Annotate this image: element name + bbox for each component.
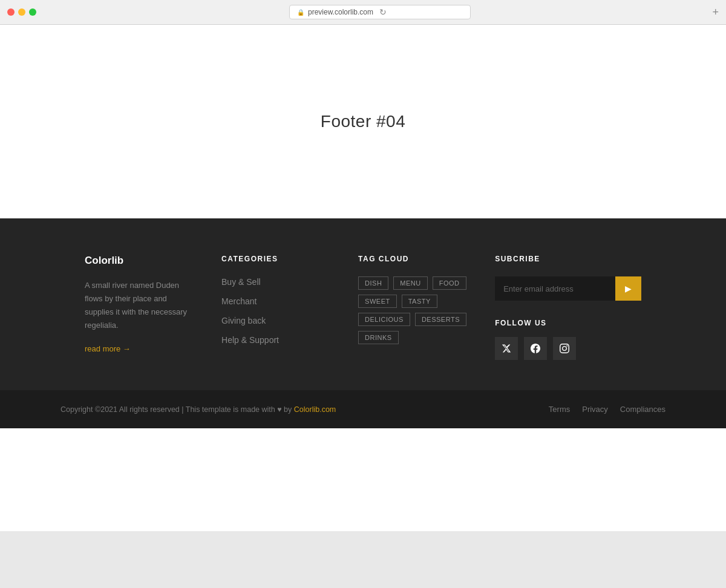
- tag-sweet[interactable]: SWEET: [358, 295, 397, 308]
- lock-icon: 🔒: [297, 9, 304, 16]
- colorlib-link[interactable]: Colorlib.com: [294, 405, 336, 414]
- instagram-icon[interactable]: [553, 337, 576, 360]
- footer-col-subscribe: SUBCRIBE ▶ FOLLOW US: [495, 255, 641, 360]
- page-footer-white: [0, 428, 726, 531]
- footer-brand: Colorlib: [85, 255, 197, 267]
- tag-food[interactable]: FOOD: [433, 276, 466, 290]
- minimize-button[interactable]: [18, 8, 25, 16]
- twitter-icon[interactable]: [495, 337, 518, 360]
- copyright-text: Copyright ©2021 All rights reserved | Th…: [60, 405, 336, 414]
- follow-us-title: FOLLOW US: [495, 319, 641, 327]
- refresh-button[interactable]: ↻: [379, 7, 387, 17]
- category-link-help-support[interactable]: Help & Support: [221, 335, 279, 345]
- page-title: Footer #04: [321, 112, 405, 131]
- tag-menu[interactable]: MENU: [393, 276, 427, 290]
- subscribe-form: ▶: [495, 276, 641, 301]
- footer-bottom-inner: Copyright ©2021 All rights reserved | Th…: [60, 405, 666, 414]
- footer-container: Colorlib A small river named Duden flows…: [60, 255, 666, 360]
- category-link-giving-back[interactable]: Giving back: [221, 316, 266, 325]
- category-link-buy-sell[interactable]: Buy & Sell: [221, 277, 261, 287]
- new-tab-button[interactable]: +: [712, 6, 719, 19]
- traffic-lights: [7, 8, 36, 16]
- maximize-button[interactable]: [29, 8, 36, 16]
- facebook-icon[interactable]: [524, 337, 547, 360]
- footer-legal-links: Terms Privacy Compliances: [549, 405, 666, 414]
- email-input[interactable]: [495, 276, 615, 301]
- footer-col-about: Colorlib A small river named Duden flows…: [85, 255, 197, 360]
- copyright-label: Copyright ©2021 All rights reserved | Th…: [60, 405, 292, 414]
- tag-dish[interactable]: DISH: [358, 276, 388, 290]
- terms-link[interactable]: Terms: [549, 405, 570, 414]
- subscribe-button[interactable]: ▶: [615, 276, 641, 301]
- list-item: Help & Support: [221, 335, 334, 345]
- list-item: Merchant: [221, 296, 334, 307]
- categories-list: Buy & Sell Merchant Giving back Help & S…: [221, 276, 334, 345]
- categories-title: CATEGORIES: [221, 255, 334, 263]
- tag-desserts[interactable]: DESSERTS: [415, 313, 466, 326]
- close-button[interactable]: [7, 8, 15, 16]
- subscribe-title: SUBCRIBE: [495, 255, 641, 263]
- list-item: Giving back: [221, 315, 334, 326]
- compliances-link[interactable]: Compliances: [620, 405, 666, 414]
- tag-cloud-title: TAG CLOUD: [358, 255, 471, 263]
- tag-drinks[interactable]: DRINKS: [358, 331, 399, 344]
- tag-delicious[interactable]: DELICIOUS: [358, 313, 410, 326]
- social-icons: [495, 337, 641, 360]
- footer-col-categories: CATEGORIES Buy & Sell Merchant Giving ba…: [221, 255, 334, 360]
- url-text: preview.colorlib.com: [308, 8, 373, 16]
- browser-window: Footer #04 Colorlib A small river named …: [0, 25, 726, 531]
- tag-cloud: DISH MENU FOOD SWEET TASTY DELICIOUS DES…: [358, 276, 471, 344]
- footer-bottom: Copyright ©2021 All rights reserved | Th…: [0, 390, 726, 428]
- address-bar: 🔒 preview.colorlib.com ↻: [65, 5, 695, 19]
- browser-chrome: 🔒 preview.colorlib.com ↻ +: [0, 0, 726, 25]
- list-item: Buy & Sell: [221, 276, 334, 287]
- footer-about-text: A small river named Duden flows by their…: [85, 279, 197, 332]
- footer-main: Colorlib A small river named Duden flows…: [0, 218, 726, 390]
- footer-col-tags: TAG CLOUD DISH MENU FOOD SWEET TASTY DEL…: [358, 255, 471, 360]
- tag-tasty[interactable]: TASTY: [402, 295, 437, 308]
- category-link-merchant[interactable]: Merchant: [221, 296, 257, 306]
- privacy-link[interactable]: Privacy: [582, 405, 608, 414]
- read-more-link[interactable]: read more →: [85, 344, 131, 353]
- url-field[interactable]: 🔒 preview.colorlib.com ↻: [289, 5, 471, 19]
- page-header: Footer #04: [0, 25, 726, 218]
